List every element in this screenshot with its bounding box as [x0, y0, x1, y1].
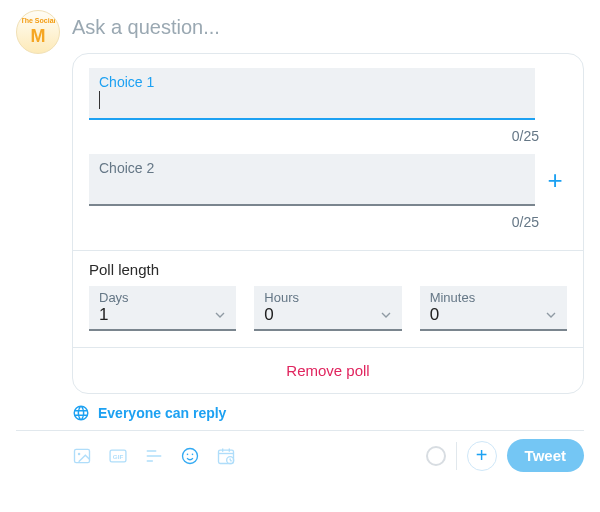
poll-choice-2-input[interactable]: Choice 2: [89, 154, 535, 206]
add-thread-button[interactable]: +: [467, 441, 497, 471]
svg-point-1: [78, 452, 81, 455]
tweet-composer: The Social M Ask a question... Choice 1 …: [0, 0, 600, 484]
poll-choice-row: Choice 1: [89, 68, 567, 120]
poll-card: Choice 1 0/25 Choice 2 + 0/: [72, 53, 584, 394]
emoji-icon[interactable]: [180, 446, 200, 466]
poll-minutes-select[interactable]: Minutes 0: [420, 286, 567, 331]
chevron-down-icon: [378, 307, 394, 323]
poll-hours-select[interactable]: Hours 0: [254, 286, 401, 331]
select-label: Days: [99, 290, 228, 305]
poll-days-select[interactable]: Days 1: [89, 286, 236, 331]
poll-choice-value: [99, 176, 525, 196]
poll-length-title: Poll length: [89, 261, 567, 278]
tweet-text-input[interactable]: Ask a question...: [72, 10, 584, 53]
poll-icon[interactable]: [144, 446, 164, 466]
globe-icon: [72, 404, 90, 422]
char-count-ring: [426, 446, 446, 466]
avatar-text-bottom: M: [31, 26, 46, 47]
poll-choice-1-counter: 0/25: [89, 124, 567, 154]
toolbar-left: GIF: [72, 446, 236, 466]
schedule-icon[interactable]: [216, 446, 236, 466]
poll-choice-value: [99, 90, 525, 110]
poll-choice-row: Choice 2 +: [89, 154, 567, 206]
svg-text:GIF: GIF: [113, 452, 124, 459]
composer-top-row: The Social M Ask a question... Choice 1 …: [16, 10, 584, 472]
svg-line-16: [230, 460, 232, 461]
svg-point-8: [187, 453, 189, 455]
divider: [456, 442, 457, 470]
avatar[interactable]: The Social M: [16, 10, 60, 54]
image-icon[interactable]: [72, 446, 92, 466]
poll-choice-label: Choice 2: [99, 160, 525, 176]
poll-choice-2-counter: 0/25: [89, 210, 567, 240]
gif-icon[interactable]: GIF: [108, 446, 128, 466]
text-cursor: [99, 91, 100, 109]
poll-choices: Choice 1 0/25 Choice 2 + 0/: [73, 54, 583, 250]
chevron-down-icon: [543, 307, 559, 323]
poll-length-section: Poll length Days 1 Ho: [73, 251, 583, 347]
svg-rect-0: [75, 449, 90, 462]
poll-choice-1-input[interactable]: Choice 1: [89, 68, 535, 120]
tweet-button[interactable]: Tweet: [507, 439, 584, 472]
svg-point-9: [192, 453, 194, 455]
avatar-text-top: The Social: [20, 17, 55, 24]
select-value: 0: [430, 305, 439, 325]
compose-main: Ask a question... Choice 1 0/25: [72, 10, 584, 472]
reply-settings-label: Everyone can reply: [98, 405, 226, 421]
poll-choice-label: Choice 1: [99, 74, 525, 90]
select-label: Minutes: [430, 290, 559, 305]
svg-point-7: [183, 448, 198, 463]
select-label: Hours: [264, 290, 393, 305]
select-value: 1: [99, 305, 108, 325]
select-value: 0: [264, 305, 273, 325]
chevron-down-icon: [212, 307, 228, 323]
add-choice-button[interactable]: +: [543, 158, 567, 202]
poll-length-row: Days 1 Hours 0: [89, 286, 567, 331]
reply-settings-button[interactable]: Everyone can reply: [72, 394, 584, 426]
remove-poll-button[interactable]: Remove poll: [73, 348, 583, 393]
toolbar-right: + Tweet: [426, 439, 584, 472]
composer-toolbar: GIF + Tweet: [16, 430, 584, 472]
